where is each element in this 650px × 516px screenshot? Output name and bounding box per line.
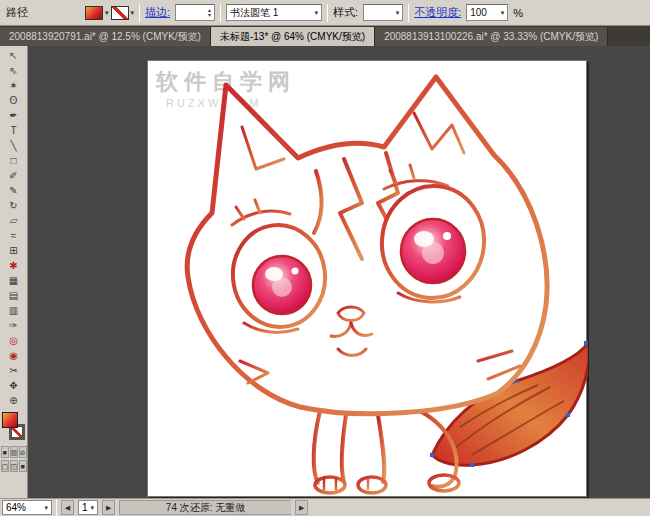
status-bar: 64% ▾ ◀ 1 ▾ ▶ 74 次还原: 无重做 ▶	[0, 498, 650, 516]
illustrator-window: 路径 ▾ ▾ 描边: ▴▾ 书法圆笔 1 ▾ 样式: ▾ 不透明度: 100	[0, 0, 650, 516]
symbol-sprayer-tool[interactable]: ✱	[1, 258, 27, 273]
pencil-tool[interactable]: ✎	[1, 183, 27, 198]
separator	[408, 4, 409, 22]
control-bar: 路径 ▾ ▾ 描边: ▴▾ 书法圆笔 1 ▾ 样式: ▾ 不透明度: 100	[0, 0, 650, 26]
pen-tool[interactable]: ✒	[1, 108, 27, 123]
fill-dropdown-icon[interactable]: ▾	[105, 9, 109, 17]
cat-artwork[interactable]	[148, 61, 588, 498]
hand-tool[interactable]: ✥	[1, 378, 27, 393]
zoom-value: 64%	[6, 502, 26, 513]
paintbrush-tool[interactable]: ✐	[1, 168, 27, 183]
direct-selection-tool[interactable]: ⇖	[1, 63, 27, 78]
gradient-mode-button[interactable]: ▥	[10, 446, 18, 458]
opacity-link[interactable]: 不透明度:	[414, 5, 461, 20]
normal-screen-mode-button[interactable]: ▢	[1, 460, 9, 472]
line-segment-tool[interactable]: ╲	[1, 138, 27, 153]
slice-tool[interactable]: ✂	[1, 363, 27, 378]
graph-tool[interactable]: ▦	[1, 273, 27, 288]
style-label: 样式:	[333, 5, 358, 20]
rectangle-tool[interactable]: □	[1, 153, 27, 168]
page-dropdown-icon: ▾	[91, 504, 95, 512]
brush-combo[interactable]: 书法圆笔 1 ▾	[226, 4, 322, 21]
zoom-control[interactable]: 64% ▾	[2, 500, 52, 515]
page-field[interactable]: 1 ▾	[78, 500, 98, 515]
color-mode-buttons: ■▥⊘	[1, 446, 27, 458]
free-transform-tool[interactable]: ⊞	[1, 243, 27, 258]
fill-stroke-indicator	[0, 410, 28, 444]
status-flyout-button[interactable]: ▶	[295, 500, 308, 515]
separator	[220, 4, 221, 22]
stroke-weight-spinner[interactable]: ▴▾	[208, 8, 211, 18]
magic-wand-tool[interactable]: ✶	[1, 78, 27, 93]
path-label: 路径	[6, 5, 28, 20]
eyedropper-tool[interactable]: ✑	[1, 318, 27, 333]
screen-mode-buttons: ▢◫■	[1, 460, 27, 472]
blend-tool[interactable]: ◎	[1, 333, 27, 348]
selection-tool[interactable]: ↖	[1, 48, 27, 63]
toolbox-tools: ↖⇖✶ʘ✒T╲□✐✎↻▱≈⊞✱▦▤▥✑◎◉✂✥⊕	[1, 48, 27, 408]
separator	[139, 4, 140, 22]
main-content: ↖⇖✶ʘ✒T╲□✐✎↻▱≈⊞✱▦▤▥✑◎◉✂✥⊕ ■▥⊘ ▢◫■ 软件自学网 R…	[0, 46, 650, 498]
toolbox-fill-swatch[interactable]	[2, 412, 18, 428]
canvas-area[interactable]: 软件自学网 RUZXW.COM	[28, 46, 650, 498]
fill-color-swatch[interactable]	[85, 6, 103, 20]
opacity-value: 100	[470, 7, 487, 18]
stroke-dropdown-icon[interactable]: ▾	[131, 9, 135, 17]
opacity-dropdown-icon: ▾	[501, 9, 505, 17]
fullscreen-mode-button[interactable]: ■	[19, 460, 27, 472]
toolbox: ↖⇖✶ʘ✒T╲□✐✎↻▱≈⊞✱▦▤▥✑◎◉✂✥⊕ ■▥⊘ ▢◫■	[0, 46, 28, 498]
style-combo[interactable]: ▾	[363, 4, 403, 21]
style-dropdown-icon: ▾	[396, 9, 400, 17]
color-swatches: ▾ ▾	[85, 6, 134, 20]
document-tabs: 2008813920791.ai* @ 12.5% (CMYK/预览) 未标题-…	[0, 26, 650, 46]
separator	[56, 499, 57, 516]
scale-tool[interactable]: ▱	[1, 213, 27, 228]
opacity-input[interactable]: 100 ▾	[466, 4, 508, 21]
warp-tool[interactable]: ≈	[1, 228, 27, 243]
page-value: 1	[82, 502, 88, 513]
gradient-tool[interactable]: ▥	[1, 303, 27, 318]
type-tool[interactable]: T	[1, 123, 27, 138]
stroke-weight-input[interactable]: ▴▾	[175, 4, 215, 21]
color-mode-button[interactable]: ■	[1, 446, 9, 458]
tab-untitled-13[interactable]: 未标题-13* @ 64% (CMYK/预览)	[211, 27, 375, 46]
tab-2008813920791[interactable]: 2008813920791.ai* @ 12.5% (CMYK/预览)	[0, 27, 211, 46]
brush-dropdown-icon: ▾	[315, 9, 319, 17]
stroke-link[interactable]: 描边:	[145, 5, 170, 20]
prev-page-button[interactable]: ◀	[61, 500, 74, 515]
tab-2008813913100226[interactable]: 2008813913100226.ai* @ 33.33% (CMYK/预览)	[375, 27, 608, 46]
stroke-color-swatch[interactable]	[111, 6, 129, 20]
zoom-tool[interactable]: ⊕	[1, 393, 27, 408]
lasso-tool[interactable]: ʘ	[1, 93, 27, 108]
live-paint-bucket-tool[interactable]: ◉	[1, 348, 27, 363]
history-status: 74 次还原: 无重做	[119, 500, 291, 515]
none-mode-button[interactable]: ⊘	[19, 446, 27, 458]
next-page-button[interactable]: ▶	[102, 500, 115, 515]
fullscreen-menu-mode-button[interactable]: ◫	[10, 460, 18, 472]
artboard[interactable]: 软件自学网 RUZXW.COM	[147, 60, 587, 497]
rotate-tool[interactable]: ↻	[1, 198, 27, 213]
mesh-tool[interactable]: ▤	[1, 288, 27, 303]
percent-label: %	[513, 7, 523, 19]
zoom-dropdown-icon: ▾	[44, 504, 48, 512]
brush-value: 书法圆笔 1	[230, 6, 278, 20]
separator	[327, 4, 328, 22]
